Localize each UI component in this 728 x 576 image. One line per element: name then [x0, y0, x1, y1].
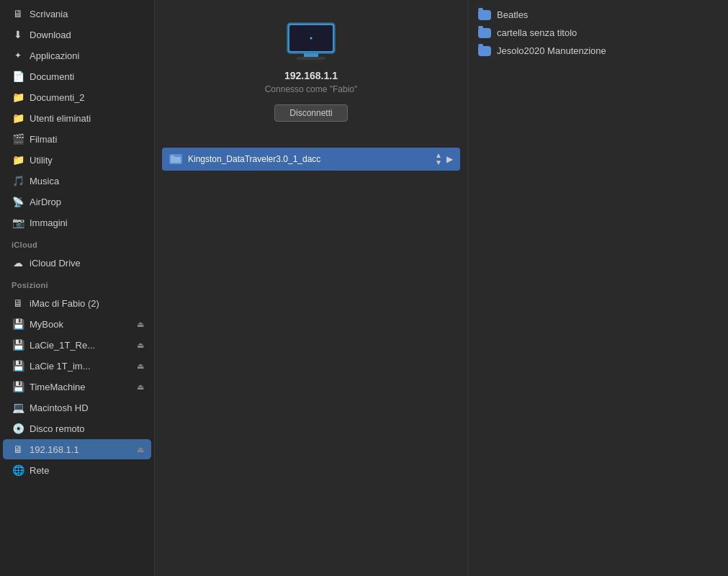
sidebar-item-label: Applicazioni	[30, 50, 79, 61]
sidebar-item-utenti-eliminati[interactable]: 📁 Utenti eliminati	[3, 108, 151, 128]
sidebar-item-label: Documenti	[30, 71, 74, 82]
drive-icon: 💾	[12, 359, 24, 372]
sidebar-item-utility[interactable]: 📁 Utility	[3, 150, 151, 170]
desktop-icon: 🖥	[12, 7, 24, 20]
sort-arrows-icon: ▲▼	[435, 152, 442, 166]
icloud-section-label: iCloud	[0, 233, 154, 252]
sidebar-item-label: TimeMachine	[30, 382, 86, 392]
volume-item[interactable]: Kingston_DataTraveler3.0_1_dacc ▲▼ ▶	[162, 148, 460, 171]
sidebar-item-label: iMac di Fabio (2)	[30, 298, 99, 309]
cloud-icon: ☁	[12, 256, 24, 269]
sidebar-item-disco-remoto[interactable]: 💿 Disco remoto	[3, 418, 151, 438]
disc-icon: 💿	[12, 422, 24, 435]
folder-item-cartella[interactable]: cartella senza titolo	[468, 24, 728, 42]
drive-icon: 💾	[12, 338, 24, 351]
folder-icon	[478, 28, 491, 38]
folder-icon	[478, 10, 491, 20]
main-content: 192.168.1.1 Connesso come "Fabio" Discon…	[155, 0, 728, 576]
hd-icon: 💻	[12, 401, 24, 414]
folder-icon	[478, 46, 491, 56]
sidebar-item-icloud-drive[interactable]: ☁ iCloud Drive	[3, 253, 151, 273]
sidebar-item-download[interactable]: ⬇ Download	[3, 24, 151, 45]
airdrop-icon: 📡	[12, 195, 24, 208]
svg-rect-6	[171, 156, 174, 158]
sidebar-item-musica[interactable]: 🎵 Musica	[3, 171, 151, 191]
imac-icon: 🖥	[12, 297, 24, 310]
eject-icon[interactable]: ⏏	[137, 382, 144, 392]
sidebar-item-mybook[interactable]: 💾 MyBook ⏏	[3, 314, 151, 334]
sidebar-item-label: Documenti_2	[30, 92, 85, 103]
sidebar-item-label: Immagini	[30, 217, 68, 228]
sidebar-item-imac-fabio[interactable]: 🖥 iMac di Fabio (2)	[3, 293, 151, 313]
network-icon: 🌐	[12, 464, 24, 477]
sidebar-item-label: Download	[30, 30, 71, 40]
sidebar-item-documenti2[interactable]: 📁 Documenti_2	[3, 87, 151, 107]
volume-icon	[169, 154, 182, 164]
sidebar-item-applicazioni[interactable]: ✦ Applicazioni	[3, 45, 151, 66]
folder-name: Jesolo2020 Manutenzione	[497, 45, 606, 56]
photo-icon: 📷	[12, 216, 24, 229]
drive-icon: 💾	[12, 318, 24, 330]
music-icon: 🎵	[12, 174, 24, 187]
sidebar-item-timemachine[interactable]: 💾 TimeMachine ⏏	[3, 377, 151, 397]
folder-item-jesolo[interactable]: Jesolo2020 Manutenzione	[468, 42, 728, 60]
imac-icon: 🖥	[12, 443, 24, 456]
sidebar-item-label: Utenti eliminati	[30, 113, 91, 124]
folder-item-beatles[interactable]: Beatles	[468, 6, 728, 24]
sidebar-item-documenti[interactable]: 📄 Documenti	[3, 66, 151, 86]
posizioni-section-label: Posizioni	[0, 274, 154, 292]
sidebar-item-label: Scrivania	[30, 9, 68, 19]
sidebar-item-label: LaCie_1T_Re...	[30, 340, 95, 351]
eject-icon[interactable]: ⏏	[137, 445, 144, 454]
sidebar-item-label: 192.168.1.1	[30, 444, 79, 455]
sidebar-item-immagini[interactable]: 📷 Immagini	[3, 212, 151, 233]
svg-point-4	[310, 37, 313, 40]
sidebar: 🖥 Scrivania ⬇ Download ✦ Applicazioni 📄 …	[0, 0, 155, 576]
sidebar-item-label: Utility	[30, 155, 53, 166]
disconnect-button[interactable]: Disconnetti	[274, 104, 347, 122]
folder-icon: 📁	[12, 91, 24, 104]
server-info: 192.168.1.1 Connesso come "Fabio" Discon…	[251, 0, 372, 148]
sidebar-item-label: LaCie 1T_im...	[30, 361, 91, 372]
sidebar-item-label: Filmati	[30, 134, 57, 145]
svg-rect-2	[304, 53, 318, 57]
folder-icon: 📁	[12, 112, 24, 125]
folder-icon: 📁	[12, 153, 24, 166]
sidebar-item-macintosh-hd[interactable]: 💻 Macintosh HD	[3, 397, 151, 418]
sidebar-item-label: AirDrop	[30, 197, 61, 207]
sidebar-item-airdrop[interactable]: 📡 AirDrop	[3, 192, 151, 212]
sidebar-item-label: Rete	[30, 465, 49, 476]
right-panel: Beatles cartella senza titolo Jesolo2020…	[468, 0, 728, 576]
svg-rect-3	[297, 57, 325, 60]
sidebar-item-label: iCloud Drive	[30, 258, 81, 269]
download-icon: ⬇	[12, 28, 24, 41]
sidebar-item-label: MyBook	[30, 319, 63, 330]
sidebar-item-lacie-re[interactable]: 💾 LaCie_1T_Re... ⏏	[3, 335, 151, 355]
eject-icon[interactable]: ⏏	[137, 320, 144, 329]
film-icon: 🎬	[12, 132, 24, 145]
app-icon: ✦	[12, 49, 24, 62]
monitor-icon	[286, 22, 336, 61]
sidebar-item-label: Musica	[30, 176, 59, 186]
sidebar-item-rete[interactable]: 🌐 Rete	[3, 460, 151, 480]
svg-rect-5	[171, 157, 181, 163]
eject-icon[interactable]: ⏏	[137, 361, 144, 371]
sidebar-item-label: Macintosh HD	[30, 402, 89, 413]
folder-name: cartella senza titolo	[497, 27, 577, 38]
folder-name: Beatles	[497, 9, 528, 20]
sidebar-item-192-168-1-1[interactable]: 🖥 192.168.1.1 ⏏	[3, 439, 151, 459]
eject-icon[interactable]: ⏏	[137, 341, 144, 350]
middle-panel: 192.168.1.1 Connesso come "Fabio" Discon…	[155, 0, 468, 576]
server-subtitle: Connesso come "Fabio"	[265, 84, 358, 94]
server-name: 192.168.1.1	[284, 70, 338, 81]
doc-icon: 📄	[12, 70, 24, 83]
sidebar-item-scrivania[interactable]: 🖥 Scrivania	[3, 4, 151, 24]
chevron-right-icon: ▶	[446, 154, 453, 164]
sidebar-item-lacie-im[interactable]: 💾 LaCie 1T_im... ⏏	[3, 356, 151, 376]
sidebar-item-label: Disco remoto	[30, 423, 85, 434]
drive-icon: 💾	[12, 380, 24, 393]
volume-name: Kingston_DataTraveler3.0_1_dacc	[188, 154, 435, 164]
sidebar-item-filmati[interactable]: 🎬 Filmati	[3, 129, 151, 149]
